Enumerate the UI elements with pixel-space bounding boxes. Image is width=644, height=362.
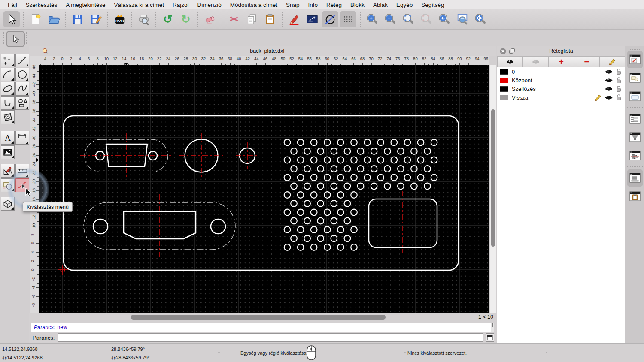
undo-button[interactable]: ↺	[160, 11, 176, 27]
zoom-auto-button[interactable]	[400, 11, 416, 27]
save-button[interactable]	[70, 11, 86, 27]
draft-mode-button[interactable]	[322, 11, 338, 27]
hide-all-layers-button[interactable]	[523, 56, 548, 67]
dock-handle[interactable]	[629, 49, 641, 50]
text-tool-button[interactable]: A	[1, 131, 15, 145]
library-browser-widget-button[interactable]	[627, 88, 643, 105]
new-file-button[interactable]	[27, 11, 44, 27]
entity-list-widget-button[interactable]	[627, 110, 643, 127]
zoom-in-button[interactable]	[364, 11, 380, 27]
copy-button[interactable]	[244, 11, 260, 27]
section-widget-button[interactable]	[627, 147, 643, 164]
layer-row-vissza[interactable]: Vissza	[497, 93, 625, 102]
clipboard-widget-button[interactable]	[627, 188, 643, 205]
layer-lock-toggle[interactable]	[616, 94, 622, 101]
points-tool-button[interactable]	[1, 54, 15, 67]
drawing-canvas[interactable]	[39, 65, 489, 313]
pen-button[interactable]	[286, 11, 302, 27]
layer-lock-toggle[interactable]	[616, 77, 622, 84]
menu-dimenzió[interactable]: Dimenzió	[193, 2, 225, 8]
horizontal-scrollbar[interactable]: 1 < 10	[29, 313, 496, 322]
select-menu-tool-button[interactable]	[15, 178, 29, 192]
export-svg-button[interactable]: SVG	[112, 11, 128, 27]
layer-visibility-toggle[interactable]	[605, 69, 613, 75]
vent-hole	[331, 183, 337, 190]
menu-rajzol[interactable]: Rajzol	[168, 2, 193, 8]
vent-hole	[298, 139, 304, 146]
edit-layer-button[interactable]	[600, 56, 625, 67]
menu-réteg[interactable]: Réteg	[322, 2, 346, 8]
image-tool-button[interactable]	[1, 145, 15, 159]
vertical-scrollbar[interactable]	[490, 65, 496, 313]
command-widget-button[interactable]	[627, 169, 643, 187]
vent-hole	[337, 157, 344, 163]
polylines-tool-button[interactable]	[1, 96, 15, 110]
menu-módosítsa-a-címet[interactable]: Módosítsa a címet	[226, 2, 282, 8]
select-button[interactable]	[3, 11, 20, 27]
filter-widget-button[interactable]	[627, 129, 643, 146]
toolbar-handle[interactable]	[3, 32, 4, 44]
layer-visibility-toggle[interactable]	[605, 78, 613, 83]
menu-segítség[interactable]: Segítség	[417, 2, 448, 8]
menu-infó[interactable]: Infó	[304, 2, 322, 8]
ellipses-tool-button[interactable]	[1, 82, 15, 96]
menu-snap[interactable]: Snap	[282, 2, 304, 8]
info-measure-tool-button[interactable]	[15, 164, 29, 178]
save-as-button[interactable]	[88, 11, 104, 27]
layer-visibility-toggle[interactable]	[605, 86, 613, 92]
splines-tool-button[interactable]	[15, 82, 29, 96]
layer-row-szellőzés[interactable]: Szellőzés	[497, 84, 625, 93]
print-preview-button[interactable]	[136, 11, 152, 27]
horizontal-scrollbar-thumb[interactable]	[131, 315, 386, 320]
add-layer-button[interactable]: +	[549, 56, 574, 67]
zoom-out-button[interactable]	[382, 11, 398, 27]
arcs-tool-button[interactable]	[1, 68, 15, 81]
open-file-button[interactable]	[46, 11, 62, 27]
delete-button[interactable]	[202, 11, 218, 27]
menu-blokk[interactable]: Blokk	[346, 2, 369, 8]
block-list-widget-button[interactable]	[627, 69, 643, 87]
remove-layer-button[interactable]: −	[574, 56, 599, 67]
circles-tool-button[interactable]	[15, 68, 29, 81]
zoom-window-button[interactable]	[454, 11, 471, 27]
redo-button[interactable]: ↻	[178, 11, 194, 27]
zoom-previous-button[interactable]	[436, 11, 453, 27]
solid-tool-button[interactable]	[1, 197, 15, 211]
paste-button[interactable]	[262, 11, 278, 27]
toolbar-separator	[222, 12, 222, 27]
menu-fájl[interactable]: Fájl	[3, 2, 21, 8]
layer-row-központ[interactable]: Központ	[497, 76, 625, 84]
menu-ablak[interactable]: Ablak	[369, 2, 392, 8]
vent-hole	[384, 183, 391, 190]
menu-bar: FájlSzerkesztésA megtekintéseVálassza ki…	[0, 0, 644, 10]
pan-button[interactable]	[472, 11, 489, 27]
layer-row-0[interactable]: 0	[497, 67, 625, 76]
measure-button[interactable]	[304, 11, 320, 27]
menu-szerkesztés[interactable]: Szerkesztés	[21, 2, 62, 8]
menu-egyéb[interactable]: Egyéb	[392, 2, 417, 8]
layer-visibility-toggle[interactable]	[605, 95, 613, 100]
vent-hole	[344, 235, 351, 242]
modify-tool-button[interactable]	[1, 178, 15, 192]
lines-tool-button[interactable]	[15, 54, 29, 67]
menu-a-megtekintése[interactable]: A megtekintése	[61, 2, 109, 8]
show-all-layers-button[interactable]	[497, 56, 523, 67]
cut-button[interactable]: ✂	[226, 11, 242, 27]
command-history-scrollbar[interactable]	[491, 323, 494, 332]
layer-lock-toggle[interactable]	[616, 68, 622, 75]
grid-toggle-button[interactable]	[340, 11, 356, 27]
menu-válassza-ki-a-címet[interactable]: Válassza ki a címet	[110, 2, 168, 8]
command-input[interactable]	[58, 333, 483, 342]
select-tool-button[interactable]	[6, 31, 25, 47]
open-folder-icon	[47, 13, 60, 26]
vertical-scrollbar-thumb[interactable]	[491, 109, 495, 247]
layer-lock-toggle[interactable]	[616, 85, 622, 92]
palette-handle[interactable]	[2, 51, 26, 51]
dimensions-tool-button[interactable]	[15, 131, 29, 145]
shapes-tool-button[interactable]	[15, 96, 29, 110]
layer-list-widget-button[interactable]	[627, 51, 643, 68]
cad-tools-tool-button[interactable]	[1, 164, 15, 178]
keyboard-toggle-button[interactable]	[486, 333, 494, 342]
hatch-tool-button[interactable]	[1, 110, 15, 124]
toolbar-handle[interactable]	[26, 32, 27, 44]
